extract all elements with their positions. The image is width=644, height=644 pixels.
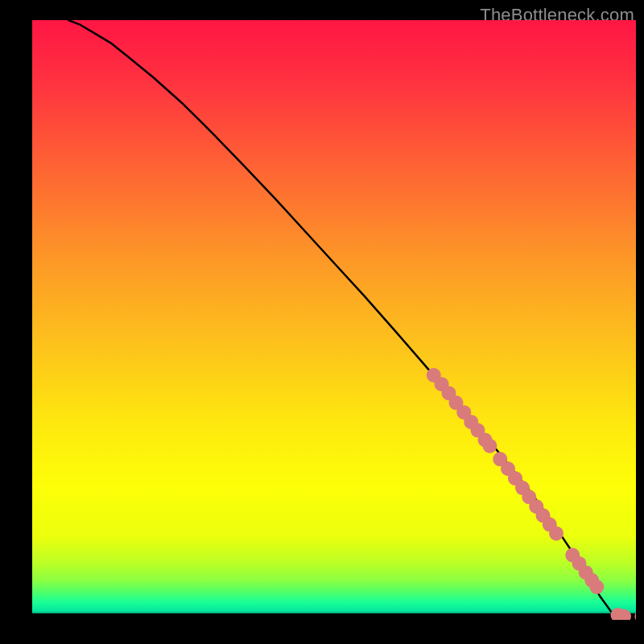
marker-dot	[549, 526, 564, 541]
outer-frame: TheBottleneck.com	[0, 0, 644, 644]
chart-svg	[32, 20, 636, 620]
plot-area	[32, 20, 636, 620]
marker-dot	[483, 439, 497, 453]
marker-dot	[589, 580, 604, 594]
chart-base-strip	[32, 613, 636, 620]
